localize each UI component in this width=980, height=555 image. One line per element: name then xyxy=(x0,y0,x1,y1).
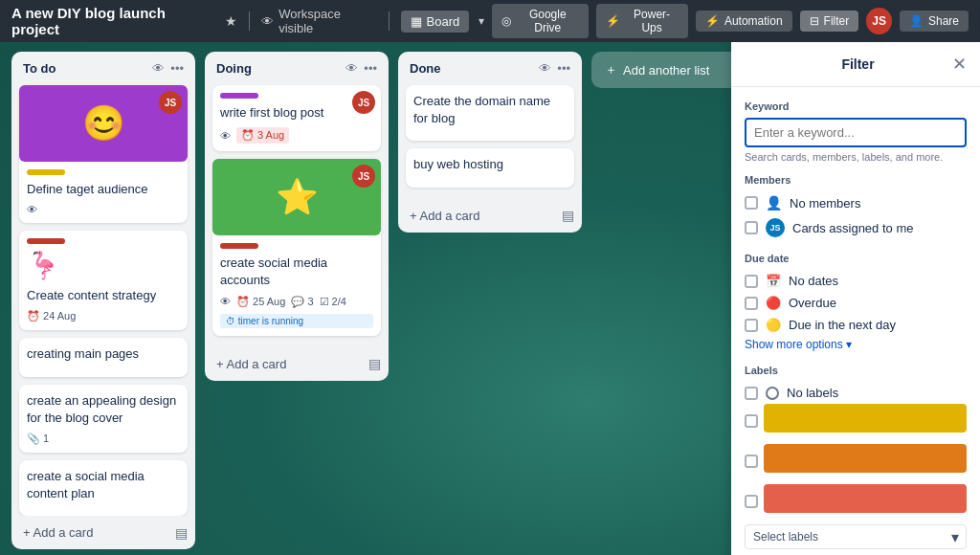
board-view-button[interactable]: ▦ Board xyxy=(401,11,470,33)
avatar[interactable]: JS xyxy=(866,8,892,34)
separator2 xyxy=(389,11,390,31)
share-button[interactable]: 👤 Share xyxy=(900,11,969,32)
members-section: Members 👤 No members JS Cards assigned t… xyxy=(745,174,967,241)
eye-icon[interactable]: 👁 xyxy=(345,61,358,76)
add-card-button[interactable]: + Add a card xyxy=(406,205,483,227)
plus-icon: ＋ xyxy=(605,61,617,78)
no-dates-checkbox[interactable] xyxy=(745,275,758,288)
filter-close-button[interactable]: ✕ xyxy=(952,54,967,75)
chevron-down-icon[interactable]: ▾ xyxy=(479,14,484,28)
workspace-button[interactable]: 👁 Workspace visible xyxy=(261,7,376,35)
board-icon: ▦ xyxy=(411,14,422,29)
card[interactable]: 🦩Create content strategy⏰ 24 Aug xyxy=(19,231,188,330)
orange-label-swatch[interactable] xyxy=(764,444,967,473)
card-avatar: JS xyxy=(352,165,375,188)
red-label-swatch[interactable] xyxy=(764,484,967,513)
card-meta: ⏰ 24 Aug xyxy=(27,310,180,322)
red-label-checkbox[interactable] xyxy=(745,495,758,508)
add-card-button[interactable]: + Add a card xyxy=(212,353,290,375)
card-avatar: JS xyxy=(159,91,182,114)
overdue-checkbox[interactable] xyxy=(745,297,758,310)
more-icon[interactable]: ••• xyxy=(557,61,570,76)
workspace-label: Workspace visible xyxy=(278,7,376,35)
eye-icon[interactable]: 👁 xyxy=(539,61,551,76)
more-icon[interactable]: ••• xyxy=(170,61,184,76)
board-area: To do 👁 ••• 😊Define taget audienceJS👁🦩Cr… xyxy=(0,42,980,555)
card-attachment: 📎 1 xyxy=(27,433,49,445)
card-date: ⏰ 25 Aug xyxy=(236,296,285,308)
card-title: create an appealing design for the blog … xyxy=(27,392,180,427)
card-title: Create the domain name for blog xyxy=(413,93,567,127)
yellow-label-checkbox[interactable] xyxy=(745,414,758,428)
card-date: ⏰ 24 Aug xyxy=(27,310,76,322)
card[interactable]: buy web hosting xyxy=(406,148,574,187)
red-label-row[interactable] xyxy=(745,484,967,519)
add-card-button[interactable]: + Add a card xyxy=(19,522,97,544)
filter-button[interactable]: ⊟ Filter xyxy=(800,11,859,32)
card-meta: 👁⏰ 3 Aug xyxy=(220,127,373,144)
template-icon[interactable]: ▤ xyxy=(368,356,381,371)
automation-button[interactable]: ⚡ Automation xyxy=(696,11,792,32)
orange-label-checkbox[interactable] xyxy=(745,455,758,468)
no-members-option[interactable]: 👤 No members xyxy=(745,191,967,214)
yellow-label-row[interactable] xyxy=(745,404,967,438)
list-header-icons: 👁 ••• xyxy=(539,61,570,76)
list-footer-todo: + Add a card ▤ xyxy=(11,516,195,549)
no-label-icon xyxy=(766,387,779,400)
no-labels-option[interactable]: No labels xyxy=(745,382,967,404)
template-icon[interactable]: ▤ xyxy=(175,525,188,541)
card[interactable]: Create the domain name for blog xyxy=(406,85,574,141)
member-avatar: JS xyxy=(766,218,785,237)
google-drive-button[interactable]: ◎ Google Drive xyxy=(492,4,589,38)
card-comments: 💬 3 xyxy=(291,296,313,308)
due-date-label: Due date xyxy=(745,253,967,264)
star-icon[interactable]: ★ xyxy=(225,13,237,29)
select-labels-dropdown[interactable]: Select labels xyxy=(745,524,967,549)
board-title: A new DIY blog launch project xyxy=(11,5,213,37)
cards-assigned-checkbox[interactable] xyxy=(745,221,758,234)
template-icon[interactable]: ▤ xyxy=(562,208,574,223)
cards-assigned-option[interactable]: JS Cards assigned to me xyxy=(745,214,967,241)
card-title: Create content strategy xyxy=(27,287,180,304)
filter-icon: ⊟ xyxy=(810,14,819,28)
overdue-option[interactable]: 🔴 Overdue xyxy=(745,292,967,314)
timer-badge: ⏱ timer is running xyxy=(220,314,373,328)
card[interactable]: creating main pages xyxy=(19,338,188,376)
card[interactable]: create a social media content plan xyxy=(19,460,188,516)
add-list-button[interactable]: ＋ Add another list xyxy=(591,52,745,88)
list-header-icons: 👁 ••• xyxy=(152,61,184,76)
list-header-todo: To do 👁 ••• xyxy=(11,52,195,81)
keyword-input[interactable] xyxy=(745,118,967,147)
next-day-checkbox[interactable] xyxy=(745,319,758,332)
no-members-checkbox[interactable] xyxy=(745,196,758,210)
list-done: Done 👁 ••• Create the domain name for bl… xyxy=(398,52,582,233)
eye-icon[interactable]: 👁 xyxy=(152,61,165,76)
power-ups-button[interactable]: ⚡ Power-Ups xyxy=(596,4,688,38)
filter-body: Keyword Search cards, members, labels, a… xyxy=(731,87,980,555)
list-footer-doing: + Add a card ▤ xyxy=(205,347,389,381)
overdue-icon: 🔴 xyxy=(766,296,781,310)
list-header-done: Done 👁 ••• xyxy=(398,52,582,81)
list-title: Doing xyxy=(216,61,345,76)
members-label: Members xyxy=(745,174,967,186)
list-todo: To do 👁 ••• 😊Define taget audienceJS👁🦩Cr… xyxy=(11,52,195,549)
orange-label-row[interactable] xyxy=(745,444,967,478)
card[interactable]: create an appealing design for the blog … xyxy=(19,385,188,453)
next-day-option[interactable]: 🟡 Due in the next day xyxy=(745,314,967,336)
card-meta: 📎 1 xyxy=(27,433,180,445)
card[interactable]: write first blog postJS👁⏰ 3 Aug xyxy=(212,85,381,151)
chevron-right-icon: ▾ xyxy=(846,338,852,351)
card-timer: ⏱ timer is running xyxy=(220,314,373,328)
no-dates-option[interactable]: 📅 No dates xyxy=(745,270,967,292)
no-labels-checkbox[interactable] xyxy=(745,387,758,400)
select-labels-wrap: Select labels xyxy=(745,524,967,549)
yellow-label-swatch[interactable] xyxy=(764,404,967,433)
more-icon[interactable]: ••• xyxy=(364,61,377,76)
card-meta: 👁 xyxy=(27,204,180,215)
card[interactable]: ⭐create social media accountsJS👁⏰ 25 Aug… xyxy=(212,159,381,335)
card-title: buy web hosting xyxy=(413,156,567,173)
card[interactable]: 😊Define taget audienceJS👁 xyxy=(19,85,188,223)
card-watch-icon: 👁 xyxy=(220,296,231,307)
next-day-label: Due in the next day xyxy=(789,318,896,332)
show-more-button[interactable]: Show more options ▾ xyxy=(745,336,852,353)
